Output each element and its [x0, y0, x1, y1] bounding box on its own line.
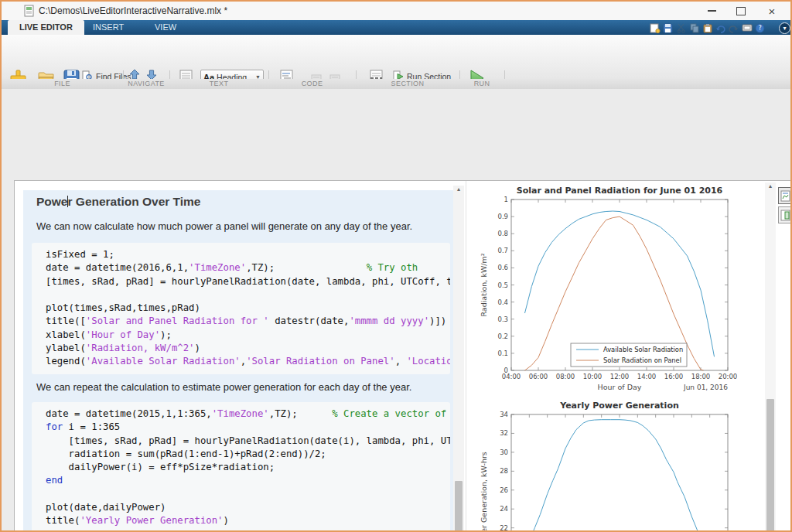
code-line[interactable]: plot(times,sRad,times,pRad) — [46, 302, 450, 315]
live-script-document: Power Generation Over Time We can now ca… — [14, 180, 792, 532]
main-area: Power Generation Over Time We can now ca… — [2, 89, 790, 530]
toolstrip-minimize-menu[interactable]: ▾ — [779, 22, 790, 34]
code-line[interactable]: isFixed = 1; — [46, 248, 450, 261]
ribbon-toolbar: New ▼ Open ▼ Save ▼ Find Files Compare P… — [2, 35, 790, 79]
paste-icon[interactable] — [701, 22, 714, 34]
code-line[interactable]: date = datetime(2015,1,1:365,'TimeZone',… — [46, 408, 450, 421]
svg-text:0.7: 0.7 — [497, 247, 508, 254]
svg-text:Hour of Day: Hour of Day — [598, 383, 642, 391]
svg-text:0.6: 0.6 — [497, 264, 508, 271]
chevron-down-icon: ▾ — [783, 25, 786, 32]
svg-text:06:00: 06:00 — [529, 373, 548, 380]
code-line[interactable]: legend('Available Solar Radiation','Sola… — [46, 355, 450, 368]
svg-text:0: 0 — [504, 367, 508, 374]
figure-solar-panel-radiation[interactable]: 04:0006:0008:0010:0012:0014:0016:0018:00… — [467, 184, 764, 397]
output-right-toggle-button[interactable] — [778, 206, 792, 223]
svg-text:0.3: 0.3 — [497, 315, 508, 323]
svg-text:Solar Radiation on Panel: Solar Radiation on Panel — [603, 356, 681, 364]
svg-text:?: ? — [758, 25, 761, 32]
run-section-label: RUN — [459, 80, 504, 87]
code-line[interactable]: for i = 1:365 — [46, 421, 450, 434]
svg-text:0.4: 0.4 — [497, 298, 508, 306]
code-line[interactable]: title(['Solar and Panel Radiation for ' … — [46, 315, 450, 328]
quick-access-toolbar: ? — [648, 22, 766, 34]
svg-text:16:00: 16:00 — [664, 373, 684, 380]
figure-yearly-power-generation[interactable]: JanFebMarAprMayJunJulAugSepOctNovDecJan1… — [467, 399, 764, 532]
svg-text:0.2: 0.2 — [497, 332, 508, 340]
ribbon-tab-strip: LIVE EDITOR INSERT VIEW ? ▾ — [2, 20, 790, 35]
document-heading[interactable]: Power Generation Over Time — [36, 195, 200, 209]
code-line[interactable]: xlabel('Hour of Day'); — [46, 329, 450, 342]
code-block[interactable]: isFixed = 1;date = datetime(2016,6,1,'Ti… — [32, 243, 450, 374]
code-block[interactable]: date = datetime(2015,1,1:365,'TimeZone',… — [32, 402, 450, 532]
svg-text:34: 34 — [500, 411, 508, 418]
code-line[interactable]: xlabel('Date'); — [46, 528, 450, 532]
code-line[interactable] — [46, 288, 450, 302]
svg-text:Solar and Panel Radiation for: Solar and Panel Radiation for June 01 20… — [517, 186, 723, 196]
output-inline-icon — [780, 190, 790, 202]
svg-text:Jun 01, 2016: Jun 01, 2016 — [683, 384, 728, 391]
close-icon: × — [769, 5, 776, 17]
new-live-script-icon[interactable] — [648, 22, 661, 34]
svg-text:20:00: 20:00 — [719, 373, 738, 380]
tab-view[interactable]: VIEW — [143, 20, 188, 35]
code-line[interactable]: [times, sRad, pRad] = hourlyPanelRadiati… — [46, 275, 450, 288]
svg-text:08:00: 08:00 — [556, 373, 575, 380]
code-line[interactable]: title('Yearly Power Generation') — [46, 514, 450, 527]
svg-text:28: 28 — [500, 467, 508, 475]
minimize-icon — [708, 10, 716, 12]
tab-live-editor[interactable]: LIVE EDITOR — [8, 20, 84, 35]
code-line[interactable]: date = datetime(2016,6,1,'TimeZone',TZ);… — [46, 261, 450, 275]
file-section-label: FILE — [2, 80, 123, 87]
close-button[interactable]: × — [756, 2, 787, 20]
title-bar: C:\Demos\LiveEditorInteractiveNarrative.… — [2, 2, 790, 20]
code-line[interactable]: ylabel('Radiation, kW/m^2') — [46, 342, 450, 355]
svg-text:26: 26 — [500, 486, 508, 494]
text-section-label: TEXT — [169, 80, 268, 87]
editor-output-divider[interactable] — [466, 181, 466, 532]
code-line[interactable]: radiation = sum(pRad(1:end-1)+pRad(2:end… — [46, 448, 450, 461]
svg-text:Yearly Power Generation: Yearly Power Generation — [559, 401, 679, 411]
svg-text:18:00: 18:00 — [691, 373, 711, 380]
maximize-icon — [736, 7, 746, 15]
code-line[interactable] — [46, 488, 450, 501]
output-inline-toggle-button[interactable] — [778, 187, 792, 204]
navigate-section-label: NAVIGATE — [123, 80, 169, 87]
undo-icon[interactable] — [714, 22, 727, 34]
cut-icon — [674, 22, 688, 34]
code-line[interactable]: [times, sRad, pRad] = hourlyPanelRadiati… — [46, 435, 450, 448]
paragraph[interactable]: We can repeat the calculation to estimat… — [36, 381, 411, 393]
code-line[interactable]: end — [46, 474, 450, 487]
ribbon-section-labels: FILE NAVIGATE TEXT CODE SECTION RUN — [2, 79, 790, 90]
svg-text:Available Solar Radiation: Available Solar Radiation — [603, 346, 683, 353]
output-vertical-scrollbar[interactable]: ▴ ▾ — [765, 182, 776, 532]
save-icon[interactable] — [661, 22, 674, 34]
editor-vertical-scrollbar[interactable]: ▴ ▾ — [453, 186, 464, 532]
window-title: C:\Demos\LiveEditorInteractiveNarrative.… — [39, 5, 227, 16]
help-icon[interactable]: ? — [753, 22, 766, 34]
svg-text:22: 22 — [500, 524, 508, 532]
svg-text:0.9: 0.9 — [497, 213, 508, 220]
svg-text:Power Generation, kW-hrs: Power Generation, kW-hrs — [480, 452, 488, 532]
code-section-label: CODE — [268, 80, 356, 87]
scroll-up-icon[interactable]: ▴ — [453, 186, 464, 193]
svg-text:32: 32 — [500, 429, 508, 437]
svg-text:10:00: 10:00 — [583, 373, 603, 380]
text-cursor — [67, 196, 68, 207]
code-line[interactable]: dailyPower(i) = eff*pSize*radiation; — [46, 461, 450, 474]
svg-text:0.1: 0.1 — [497, 350, 508, 357]
live-script-document-icon — [24, 5, 35, 20]
scroll-up-icon[interactable]: ▴ — [765, 182, 776, 190]
svg-text:0.8: 0.8 — [497, 230, 508, 237]
svg-text:14:00: 14:00 — [637, 373, 657, 380]
code-line[interactable]: plot(date,dailyPower) — [46, 501, 450, 514]
maximize-button[interactable] — [725, 2, 756, 20]
minimize-button[interactable] — [696, 2, 727, 20]
editor-vertical-scrollbar-thumb[interactable] — [455, 481, 463, 532]
paragraph[interactable]: We can now calculate how much power a pa… — [36, 220, 412, 232]
tab-insert[interactable]: INSERT — [81, 20, 135, 35]
output-vertical-scrollbar-thumb[interactable] — [766, 399, 774, 532]
svg-text:0.5: 0.5 — [497, 281, 508, 289]
switch-documents-icon[interactable] — [740, 22, 753, 34]
copy-icon — [688, 22, 701, 34]
